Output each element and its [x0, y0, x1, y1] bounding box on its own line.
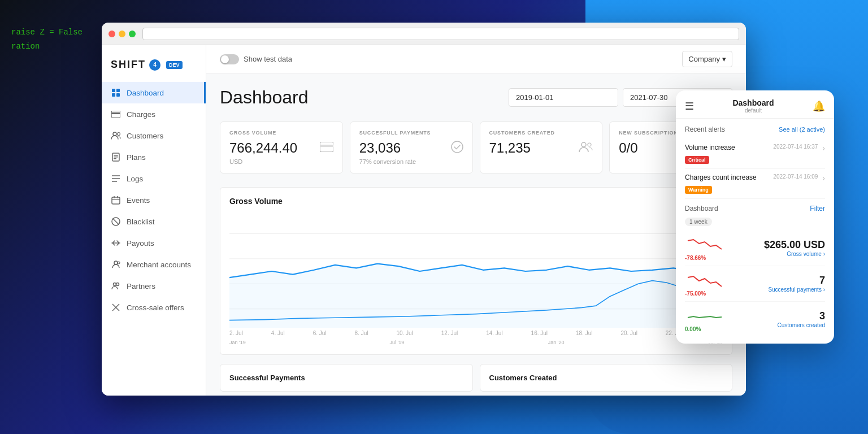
bottom-charts: Successful Payments Customers Created [220, 364, 732, 392]
sidebar-item-customers-label: Customers [127, 132, 163, 140]
mini-label-link-0[interactable]: Gross volume › [764, 251, 825, 257]
svg-rect-2 [112, 93, 115, 97]
check-circle-icon [451, 141, 463, 156]
sidebar-item-partners[interactable]: Partners [102, 275, 206, 297]
chart-container [229, 215, 723, 328]
mini-change-0: -78.66% [685, 255, 706, 261]
date-from-input[interactable] [509, 88, 618, 107]
sidebar-item-plans-label: Plans [127, 153, 146, 162]
sidebar-item-blacklist[interactable]: Blacklist [102, 211, 206, 232]
chevron-right-icon-0: › [822, 144, 825, 153]
sidebar-item-logs[interactable]: Logs [102, 168, 206, 189]
mini-label-link-1[interactable]: Successful payments › [768, 287, 825, 293]
sidebar-item-dashboard-label: Dashboard [127, 89, 164, 97]
test-data-toggle[interactable] [220, 54, 239, 64]
alert-item-charges[interactable]: Charges count increase Warning 2022-07-1… [685, 169, 825, 199]
metric-value-row-2: 71,235 [489, 140, 593, 156]
sidebar-item-payouts[interactable]: Payouts [102, 232, 206, 254]
app-layout: SHIFT 4 DEV Dashboard [102, 45, 746, 396]
sidebar-item-payouts-label: Payouts [127, 239, 154, 248]
sidebar-item-merchant-accounts[interactable]: Merchant accounts [102, 254, 206, 275]
filter-link[interactable]: Filter [810, 205, 825, 212]
metric-card-customers-created: CUSTOMERS CREATED 71,235 [480, 121, 603, 173]
logo-text: SHIFT [111, 59, 146, 71]
url-bar[interactable] [142, 28, 739, 40]
metric-label-customers-created: CUSTOMERS CREATED [489, 130, 593, 136]
svg-rect-9 [114, 155, 118, 156]
x-label-7: 16. Jul [531, 330, 548, 336]
mini-chart-successful-payments: -75.00% 7 Successful payments › [685, 266, 825, 302]
see-all-link[interactable]: See all (2 active) [779, 126, 825, 133]
bottom-chart-payments-title: Successful Payments [229, 374, 463, 382]
top-bar: Show test data Company ▾ [206, 45, 746, 73]
chart-mini-labels: Jan '19 Jul '19 Jan '20 Jul '20 [229, 340, 723, 345]
sidebar-item-charges[interactable]: Charges [102, 103, 206, 125]
dashboard-filter-row: Dashboard Filter [685, 199, 825, 216]
charges-icon [111, 109, 121, 119]
sidebar-item-events-label: Events [127, 196, 150, 205]
badge-critical: Critical [685, 156, 709, 164]
mobile-body: Recent alerts See all (2 active) Volume … [676, 119, 834, 344]
mini-value-2: 3 [778, 310, 825, 322]
browser-window: SHIFT 4 DEV Dashboard [102, 23, 746, 396]
mini-value-1: 7 [768, 275, 825, 287]
mobile-header: ☰ Dashboard default 🔔 [676, 90, 834, 119]
mini-change-2: 0.00% [685, 326, 701, 332]
alerts-header: Recent alerts See all (2 active) [685, 125, 825, 133]
maximize-dot[interactable] [129, 31, 136, 37]
customers-icon [111, 131, 121, 141]
bell-icon[interactable]: 🔔 [813, 100, 825, 112]
x-label-5: 12. Jul [441, 330, 458, 336]
sidebar-item-cross-sale-offers[interactable]: Cross-sale offers [102, 297, 206, 318]
alert-item-volume[interactable]: Volume increase Critical 2022-07-14 16:3… [685, 139, 825, 169]
metric-sub-successful-payments: 77% conversion rate [359, 158, 463, 165]
minimize-dot[interactable] [119, 31, 125, 37]
mini-label-2: Jan '20 [548, 340, 565, 345]
alert-left-volume: Volume increase Critical [685, 144, 773, 164]
sidebar-item-merchant-accounts-label: Merchant accounts [127, 261, 191, 269]
payouts-icon [111, 238, 121, 248]
company-button[interactable]: Company ▾ [682, 51, 732, 67]
sidebar-item-plans[interactable]: Plans [102, 146, 206, 168]
sidebar-item-events[interactable]: Events [102, 189, 206, 211]
sidebar-item-partners-label: Partners [127, 282, 155, 290]
mobile-panel: ☰ Dashboard default 🔔 Recent alerts See … [676, 90, 834, 344]
blacklist-icon [111, 216, 121, 227]
mini-value-0: $265.00 USD [764, 239, 825, 251]
page-title: Dashboard [220, 87, 309, 108]
close-dot[interactable] [108, 31, 115, 37]
alert-name-volume: Volume increase [685, 144, 773, 151]
sidebar-item-cross-sale-offers-label: Cross-sale offers [127, 303, 184, 312]
sidebar-item-logs-label: Logs [127, 175, 143, 183]
sidebar-item-customers[interactable]: Customers [102, 125, 206, 146]
metric-label-successful-payments: SUCCESFULL PAYMENTS [359, 130, 463, 136]
metric-sub-gross-volume: USD [229, 158, 333, 165]
sidebar-item-blacklist-label: Blacklist [127, 218, 155, 226]
merchant-accounts-icon [111, 259, 121, 270]
alert-time-charges: 2022-07-14 16:09 [773, 173, 818, 180]
svg-point-31 [588, 143, 591, 146]
metric-cards: GROSS VOLUME 766,244.40 USD [220, 121, 732, 173]
dashboard-body: Dashboard GROSS VOLUME 766,244.40 [206, 73, 746, 396]
sidebar-item-dashboard[interactable]: Dashboard [102, 82, 206, 103]
mini-chart-left-1: -75.00% [685, 271, 724, 297]
mini-chart-right-1: 7 Successful payments › [768, 275, 825, 293]
credit-card-icon [320, 142, 333, 155]
metric-value-row-1: 23,036 [359, 140, 463, 156]
mini-label-0: Jan '19 [229, 340, 246, 345]
hamburger-icon[interactable]: ☰ [685, 100, 694, 112]
svg-point-30 [581, 142, 586, 147]
metric-value-gross-volume: 766,244.40 [229, 140, 297, 156]
toggle-area: Show test data [220, 54, 292, 64]
svg-line-20 [113, 219, 119, 225]
plans-icon [111, 152, 121, 162]
svg-point-21 [114, 261, 118, 264]
metric-value-row-0: 766,244.40 [229, 140, 333, 156]
metric-card-successful-payments: SUCCESFULL PAYMENTS 23,036 77% conversio… [350, 121, 473, 173]
events-icon [111, 195, 121, 205]
svg-rect-11 [114, 158, 116, 159]
mini-chart-customers-created: 0.00% 3 Customers created [685, 302, 825, 337]
metric-value-subscriptions: 0/0 [619, 140, 637, 156]
dashboard-icon [111, 88, 121, 98]
bottom-chart-customers-title: Customers Created [489, 374, 723, 382]
